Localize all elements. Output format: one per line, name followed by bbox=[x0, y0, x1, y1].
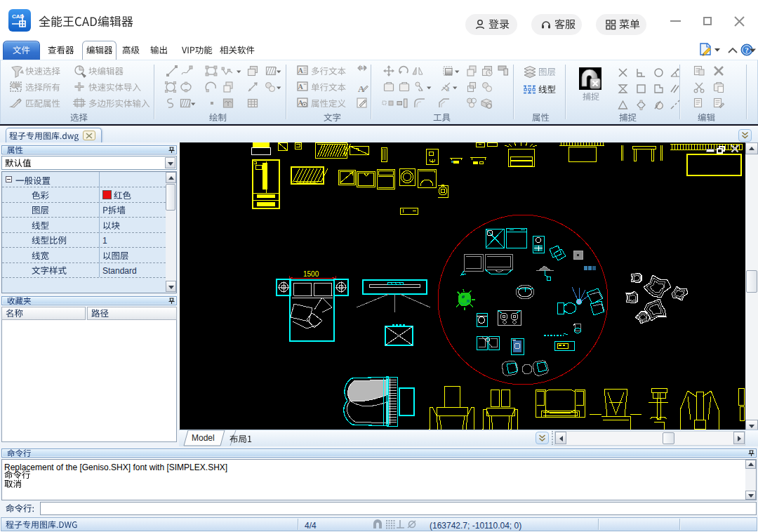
svg-text:Standard: Standard bbox=[102, 266, 137, 276]
svg-text:1: 1 bbox=[102, 236, 107, 246]
